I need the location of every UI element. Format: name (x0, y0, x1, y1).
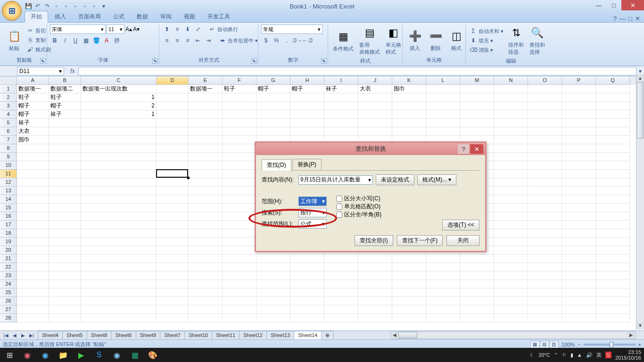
cell[interactable] (528, 204, 562, 212)
cell[interactable] (528, 297, 562, 305)
ribbon-tab-0[interactable]: 开始 (25, 11, 48, 23)
cell[interactable] (223, 161, 256, 170)
cell[interactable] (494, 280, 528, 288)
col-header-L[interactable]: L (426, 76, 460, 85)
cell[interactable] (17, 144, 49, 153)
italic-button[interactable]: I (60, 36, 70, 45)
cell[interactable] (290, 305, 324, 314)
cell[interactable] (49, 119, 81, 127)
cell[interactable] (189, 153, 223, 161)
cell[interactable] (358, 305, 392, 314)
col-header-F[interactable]: F (223, 76, 256, 85)
number-launcher[interactable]: ⬊ (321, 58, 327, 64)
sheet-tab-Sheet9[interactable]: Sheet9 (136, 331, 161, 339)
search-combo[interactable]: 按行▾ (298, 208, 327, 217)
cell[interactable] (290, 297, 324, 305)
formula-bar-expand[interactable]: ▾ (636, 68, 644, 74)
cell[interactable] (81, 127, 157, 136)
cell[interactable] (494, 263, 528, 272)
col-header-G[interactable]: G (256, 76, 290, 85)
cell[interactable] (81, 297, 157, 305)
cell[interactable]: 围巾 (17, 136, 49, 144)
ribbon-tab-5[interactable]: 审阅 (155, 11, 177, 22)
cell[interactable] (81, 263, 157, 272)
cell[interactable] (223, 221, 256, 229)
find-next-button[interactable]: 查找下一个(F) (397, 235, 443, 246)
cell[interactable] (494, 102, 528, 110)
cell[interactable]: 帽子 (17, 110, 49, 119)
cell[interactable] (223, 153, 256, 161)
cell[interactable] (223, 288, 256, 297)
bold-button[interactable]: B (50, 36, 59, 45)
cell[interactable] (562, 136, 596, 144)
cell[interactable] (157, 305, 189, 314)
cell[interactable] (17, 314, 49, 322)
row-header-26[interactable]: 26 (0, 297, 17, 305)
cell[interactable] (189, 93, 223, 102)
cell[interactable] (528, 195, 562, 204)
cell[interactable]: 帽子 (290, 85, 324, 93)
cell[interactable] (81, 153, 157, 161)
cell[interactable] (596, 263, 630, 272)
find-select-button[interactable]: 🔍查找和 选择 (528, 25, 547, 57)
taskbar-explorer[interactable]: 📁 (57, 349, 70, 361)
clock[interactable]: 23:15 2015/10/16 (615, 349, 641, 361)
comma-button[interactable]: , (282, 36, 291, 45)
doc2-icon[interactable]: ▫ (62, 2, 70, 10)
cell[interactable] (157, 272, 189, 280)
row-header-16[interactable]: 16 (0, 212, 17, 221)
taskbar-app-3[interactable]: ▶ (74, 349, 88, 361)
cell[interactable] (596, 136, 630, 144)
scroll-right-button[interactable]: ▶ (627, 332, 635, 338)
cell[interactable] (189, 221, 223, 229)
col-header-B[interactable]: B (49, 76, 81, 85)
cell[interactable] (81, 161, 157, 170)
cell[interactable] (17, 204, 49, 212)
cell[interactable] (81, 144, 157, 153)
cell[interactable] (81, 187, 157, 195)
sort-filter-button[interactable]: ⇅排序和 筛选 (506, 25, 526, 57)
cell[interactable] (460, 297, 494, 305)
cell[interactable] (426, 297, 460, 305)
cell[interactable]: 数据项一 (189, 85, 223, 93)
format-button[interactable]: 格式(M)... ▾ (417, 174, 456, 185)
insert-sheet-button[interactable]: ⊕ (321, 331, 334, 339)
ribbon-tab-3[interactable]: 公式 (107, 11, 130, 22)
cell[interactable] (596, 127, 630, 136)
cell[interactable] (562, 127, 596, 136)
cell[interactable] (290, 255, 324, 263)
cell[interactable] (256, 102, 290, 110)
cell[interactable] (157, 229, 189, 238)
cell[interactable] (528, 221, 562, 229)
cell[interactable] (596, 161, 630, 170)
cell[interactable] (157, 102, 189, 110)
cell[interactable] (392, 280, 426, 288)
cell[interactable] (256, 127, 290, 136)
name-box[interactable]: D11▾ (17, 67, 64, 75)
cell[interactable] (494, 136, 528, 144)
insert-cells-button[interactable]: ➕插入 (405, 28, 424, 53)
cell[interactable]: 2 (81, 102, 157, 110)
cell[interactable] (49, 297, 81, 305)
cell[interactable] (290, 263, 324, 272)
cell[interactable] (189, 297, 223, 305)
cell[interactable] (223, 272, 256, 280)
cell[interactable] (223, 102, 256, 110)
cell[interactable] (290, 127, 324, 136)
align-bottom-button[interactable]: ⬇ (183, 25, 192, 34)
cell[interactable] (358, 280, 392, 288)
cell[interactable] (256, 297, 290, 305)
cell[interactable] (324, 119, 358, 127)
font-color-button[interactable]: A (102, 36, 111, 45)
font-size-combo[interactable]: 11▾ (107, 25, 124, 34)
currency-button[interactable]: $ (261, 36, 271, 45)
cell[interactable] (223, 136, 256, 144)
cell[interactable] (426, 110, 460, 119)
cell[interactable]: 数据项一 (17, 85, 49, 93)
cell[interactable] (223, 297, 256, 305)
tray-up-icon[interactable]: ⌃ (554, 352, 558, 358)
cell[interactable] (17, 238, 49, 246)
column-headers[interactable]: ABCDEFGHIJKLMNOPQ (17, 76, 644, 85)
taskbar-excel[interactable]: ▦ (128, 349, 141, 361)
cell[interactable] (562, 153, 596, 161)
